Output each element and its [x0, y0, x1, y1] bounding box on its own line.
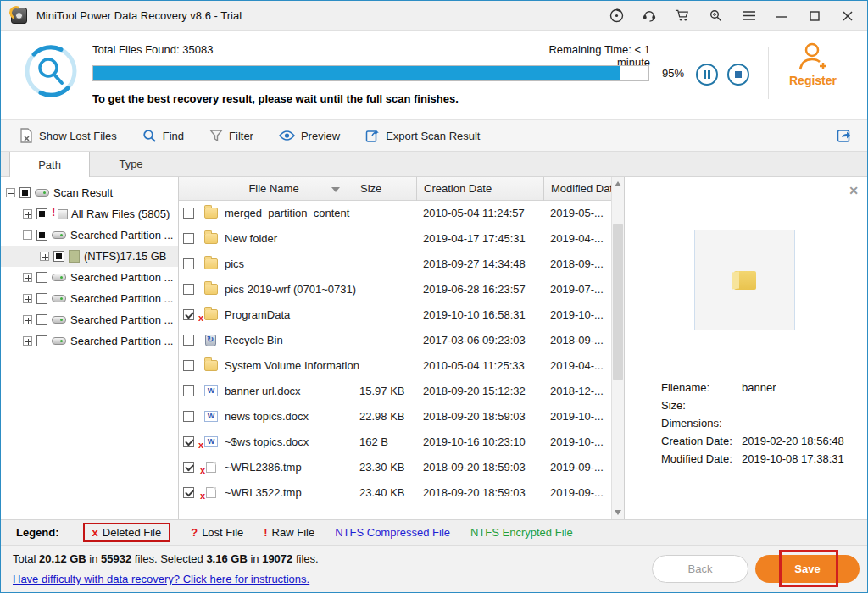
- filter-icon: [209, 129, 223, 142]
- file-name-cell: ~WRL2386.tmp: [225, 461, 302, 474]
- tree-checkbox[interactable]: [36, 272, 47, 283]
- back-button[interactable]: Back: [652, 555, 748, 583]
- maximize-button[interactable]: [807, 8, 822, 24]
- modified-date-cell: 2019-10-...: [543, 308, 604, 321]
- column-file-name[interactable]: File Name: [199, 177, 348, 201]
- row-checkbox[interactable]: [183, 284, 194, 295]
- stop-button[interactable]: [727, 64, 749, 86]
- tree-item[interactable]: Searched Partition ...: [1, 267, 178, 288]
- vertical-scrollbar[interactable]: [611, 177, 624, 519]
- save-button[interactable]: Save: [755, 555, 860, 583]
- tree-expander[interactable]: [23, 209, 32, 219]
- preview-thumbnail: [694, 230, 795, 330]
- row-checkbox[interactable]: [183, 360, 194, 371]
- modified-date-cell: 2019-10-...: [543, 435, 604, 448]
- tree-item[interactable]: Searched Partition ...: [1, 330, 178, 352]
- export-scan-result-button[interactable]: Export Scan Result: [365, 129, 480, 143]
- pause-button[interactable]: [696, 64, 718, 86]
- row-checkbox[interactable]: [183, 411, 194, 422]
- disc-icon[interactable]: [609, 8, 624, 24]
- tree-expander[interactable]: [40, 252, 49, 261]
- scroll-thumb[interactable]: [613, 224, 623, 380]
- table-row[interactable]: banner url.docx 15.97 KB 2018-09-20 15:1…: [179, 379, 611, 404]
- cart-icon[interactable]: [675, 8, 690, 24]
- tree-item[interactable]: Scan Result: [1, 182, 178, 203]
- file-table: File Name Size Creation Date Modified Da…: [179, 177, 624, 519]
- row-checkbox[interactable]: [183, 436, 194, 447]
- find-button[interactable]: Find: [142, 129, 184, 143]
- preview-close-icon[interactable]: ✕: [849, 184, 859, 197]
- tree-node-icon: [52, 208, 67, 219]
- column-modified-date[interactable]: Modified Dat: [543, 177, 611, 201]
- table-row[interactable]: ~WRL2386.tmp 23.30 KB 2018-09-20 18:59:0…: [179, 455, 611, 480]
- preview-button[interactable]: Preview: [279, 130, 340, 142]
- modified-date-label: Modified Date:: [661, 450, 742, 468]
- status-bar: Total 20.12 GB in 55932 files. Selected …: [1, 545, 867, 593]
- tree-item[interactable]: Searched Partition ...: [1, 224, 178, 246]
- column-size[interactable]: Size: [353, 177, 420, 201]
- row-checkbox[interactable]: [183, 487, 194, 498]
- filter-button[interactable]: Filter: [209, 129, 253, 142]
- tree-expander[interactable]: [23, 315, 32, 324]
- creation-date-cell: 2019-04-17 17:45:31: [416, 232, 526, 245]
- table-row[interactable]: news topics.docx 22.98 KB 2018-09-20 18:…: [179, 404, 611, 430]
- support-headset-icon[interactable]: [642, 8, 657, 24]
- column-creation-date[interactable]: Creation Date: [416, 177, 543, 201]
- creation-date-cell: 2019-10-10 16:58:31: [416, 308, 526, 321]
- tree-checkbox[interactable]: [36, 314, 47, 325]
- help-link[interactable]: Have difficulty with data recovery? Clic…: [13, 573, 309, 585]
- menu-icon[interactable]: [741, 8, 756, 24]
- legend-bar: Legend: x Deleted File ? Lost File ! Raw…: [1, 519, 867, 545]
- show-lost-files-button[interactable]: Show Lost Files: [19, 128, 117, 143]
- tree-checkbox[interactable]: [36, 230, 47, 241]
- tree-item[interactable]: Searched Partition ...: [1, 309, 178, 330]
- close-button[interactable]: [840, 8, 855, 24]
- register-button[interactable]: Register: [782, 42, 843, 87]
- table-row[interactable]: Recycle Bin 2017-03-06 09:23:03 2018-09-…: [179, 328, 611, 353]
- tree-checkbox[interactable]: [19, 187, 31, 198]
- tree-checkbox[interactable]: [36, 335, 47, 346]
- tree-item[interactable]: Searched Partition ...: [1, 288, 178, 309]
- table-row[interactable]: merged_partition_content 2010-05-04 11:2…: [179, 201, 611, 226]
- row-checkbox[interactable]: [183, 258, 194, 269]
- tree-checkbox[interactable]: [36, 208, 47, 219]
- register-key-icon[interactable]: [708, 8, 723, 24]
- scroll-down-icon[interactable]: [615, 510, 621, 515]
- tree-item[interactable]: (NTFS)17.15 GB: [1, 246, 178, 267]
- scan-header: Total Files Found: 35083 Remaining Time:…: [1, 31, 867, 119]
- modified-date-value: 2019-10-08 17:38:31: [742, 450, 844, 468]
- modified-date-cell: 2018-09-...: [543, 334, 604, 346]
- tree-expander[interactable]: [23, 230, 32, 240]
- row-checkbox[interactable]: [183, 335, 194, 346]
- row-checkbox[interactable]: [183, 208, 194, 219]
- row-checkbox[interactable]: [183, 462, 194, 473]
- tree-expander[interactable]: [23, 336, 32, 346]
- row-checkbox[interactable]: [183, 233, 194, 244]
- tab-strip: Path Type: [1, 152, 867, 177]
- table-row[interactable]: ~$ws topics.docx 162 B 2019-10-16 10:23:…: [179, 430, 611, 455]
- tree-expander[interactable]: [23, 294, 32, 303]
- share-icon[interactable]: [837, 128, 852, 143]
- row-checkbox[interactable]: [183, 309, 194, 320]
- main-content: Scan Result All Raw Files (5805) Searche…: [1, 177, 867, 519]
- file-size-cell: 162 B: [353, 435, 388, 448]
- tree-checkbox[interactable]: [36, 293, 47, 304]
- scroll-up-icon[interactable]: [615, 181, 621, 186]
- table-row[interactable]: ProgramData 2019-10-10 16:58:31 2019-10-…: [179, 302, 611, 328]
- tab-type[interactable]: Type: [91, 152, 171, 177]
- table-row[interactable]: pics 2019-wrf (0701~0731) 2019-06-28 16:…: [179, 277, 611, 302]
- file-type-icon: [204, 411, 218, 422]
- tree-expander[interactable]: [23, 273, 32, 282]
- table-row[interactable]: New folder 2019-04-17 17:45:31 2019-04-.…: [179, 226, 611, 252]
- tab-path[interactable]: Path: [9, 152, 90, 177]
- tree-node-icon: [52, 295, 66, 302]
- table-row[interactable]: pics 2018-09-27 14:34:48 2018-09-...: [179, 252, 611, 277]
- file-type-icon: [204, 436, 218, 447]
- row-checkbox[interactable]: [183, 385, 194, 396]
- table-row[interactable]: ~WRL3522.tmp 23.40 KB 2018-09-20 18:59:0…: [179, 480, 611, 506]
- minimize-button[interactable]: [774, 8, 789, 24]
- tree-checkbox[interactable]: [53, 251, 64, 262]
- tree-item[interactable]: All Raw Files (5805): [1, 203, 178, 224]
- tree-expander[interactable]: [6, 188, 15, 197]
- table-row[interactable]: System Volume Information 2010-05-04 11:…: [179, 353, 611, 379]
